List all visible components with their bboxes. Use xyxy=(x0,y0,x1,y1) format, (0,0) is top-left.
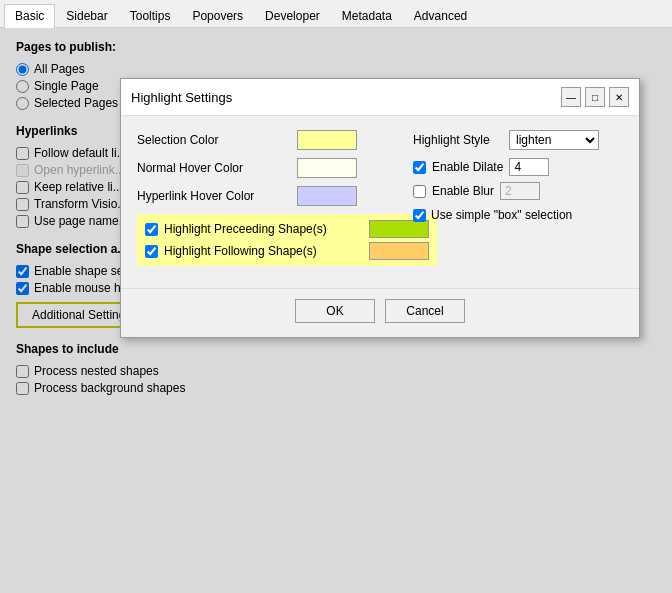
highlight-preceeding-checkbox[interactable] xyxy=(145,223,158,236)
tab-bar: Basic Sidebar Tooltips Popovers Develope… xyxy=(0,0,672,28)
color-row-normal-hover: Normal Hover Color xyxy=(137,158,437,178)
enable-blur-label: Enable Blur xyxy=(432,184,494,198)
color-row-hyperlink-hover: Hyperlink Hover Color xyxy=(137,186,437,206)
enable-blur-checkbox[interactable] xyxy=(413,185,426,198)
simple-box-row: Use simple "box" selection xyxy=(413,208,623,222)
modal-right-panel: Highlight Style lighten darken custom En… xyxy=(413,130,623,222)
tab-sidebar[interactable]: Sidebar xyxy=(55,4,118,27)
simple-box-checkbox[interactable] xyxy=(413,209,426,222)
modal-close-button[interactable]: ✕ xyxy=(609,87,629,107)
tab-advanced[interactable]: Advanced xyxy=(403,4,478,27)
highlight-following-checkbox[interactable] xyxy=(145,245,158,258)
color-swatch-normal-hover[interactable] xyxy=(297,158,357,178)
enable-dilate-label: Enable Dilate xyxy=(432,160,503,174)
modal-minimize-button[interactable]: — xyxy=(561,87,581,107)
color-row-selection: Selection Color xyxy=(137,130,437,150)
modal-maximize-button[interactable]: □ xyxy=(585,87,605,107)
enable-blur-row: Enable Blur xyxy=(413,182,623,200)
modal-titlebar: Highlight Settings — □ ✕ xyxy=(121,79,639,116)
modal-overlay: Highlight Settings — □ ✕ Selection Color xyxy=(0,28,672,593)
color-swatch-hyperlink-hover[interactable] xyxy=(297,186,357,206)
highlight-preceeding-label: Highlight Preceeding Shape(s) xyxy=(164,222,369,236)
enable-dilate-row: Enable Dilate xyxy=(413,158,623,176)
tab-developer[interactable]: Developer xyxy=(254,4,331,27)
highlight-style-row: Highlight Style lighten darken custom xyxy=(413,130,623,150)
modal-controls: — □ ✕ xyxy=(561,87,629,107)
simple-box-label: Use simple "box" selection xyxy=(431,208,572,222)
highlight-rows: Highlight Preceeding Shape(s) Highlight … xyxy=(137,214,437,266)
dilate-input[interactable] xyxy=(509,158,549,176)
blur-input xyxy=(500,182,540,200)
highlight-style-select[interactable]: lighten darken custom xyxy=(509,130,599,150)
color-label-hyperlink-hover: Hyperlink Hover Color xyxy=(137,189,297,203)
enable-dilate-checkbox[interactable] xyxy=(413,161,426,174)
main-panel: Pages to publish: All Pages Single Page … xyxy=(0,28,672,593)
modal-body: Selection Color Normal Hover Color Hyper… xyxy=(121,116,639,280)
modal-footer: OK Cancel xyxy=(121,288,639,337)
tab-metadata[interactable]: Metadata xyxy=(331,4,403,27)
tab-tooltips[interactable]: Tooltips xyxy=(119,4,182,27)
highlight-following-row: Highlight Following Shape(s) xyxy=(145,242,429,260)
color-swatch-selection[interactable] xyxy=(297,130,357,150)
highlight-following-swatch[interactable] xyxy=(369,242,429,260)
highlight-following-label: Highlight Following Shape(s) xyxy=(164,244,369,258)
modal-title: Highlight Settings xyxy=(131,90,232,105)
cancel-button[interactable]: Cancel xyxy=(385,299,465,323)
tab-popovers[interactable]: Popovers xyxy=(181,4,254,27)
tab-basic[interactable]: Basic xyxy=(4,4,55,28)
highlight-preceeding-swatch[interactable] xyxy=(369,220,429,238)
highlight-settings-modal: Highlight Settings — □ ✕ Selection Color xyxy=(120,78,640,338)
color-label-selection: Selection Color xyxy=(137,133,297,147)
highlight-style-label: Highlight Style xyxy=(413,133,503,147)
color-rows: Selection Color Normal Hover Color Hyper… xyxy=(137,130,437,266)
highlight-preceeding-row: Highlight Preceeding Shape(s) xyxy=(145,220,429,238)
color-label-normal-hover: Normal Hover Color xyxy=(137,161,297,175)
ok-button[interactable]: OK xyxy=(295,299,375,323)
